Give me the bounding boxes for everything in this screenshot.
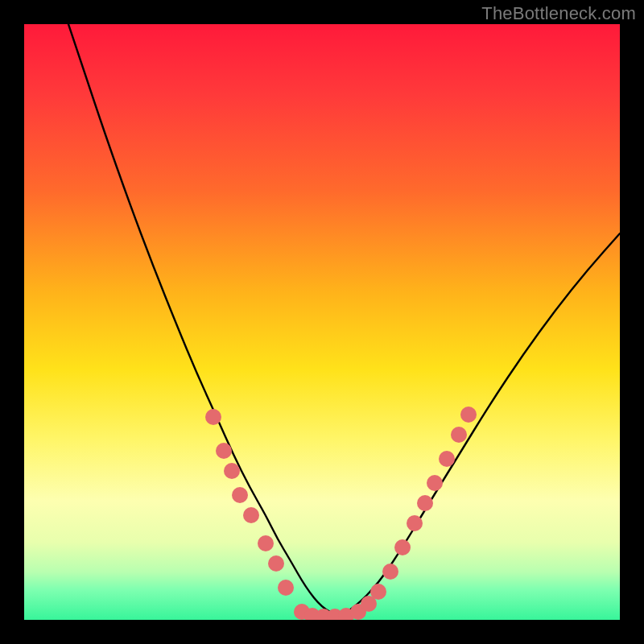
curve-marker (451, 427, 467, 443)
curve-marker (278, 580, 294, 596)
curve-marker (417, 495, 433, 511)
curve-svg (24, 24, 620, 620)
bottleneck-curve (68, 24, 620, 614)
curve-marker (439, 451, 455, 467)
curve-marker (407, 515, 423, 531)
curve-marker (258, 535, 274, 551)
curve-marker (382, 564, 398, 580)
curve-marker (394, 539, 411, 555)
plot-area (24, 24, 620, 620)
chart-stage: TheBottleneck.com (0, 0, 644, 644)
curve-marker (205, 409, 221, 425)
curve-marker (268, 555, 284, 572)
curve-marker (370, 584, 386, 600)
curve-marker (243, 507, 259, 523)
curve-marker (460, 407, 477, 423)
curve-marker (427, 475, 443, 491)
curve-marker (224, 463, 240, 479)
watermark-text: TheBottleneck.com (481, 3, 636, 24)
curve-markers (205, 407, 477, 620)
curve-marker (216, 443, 232, 459)
curve-marker (232, 487, 248, 503)
